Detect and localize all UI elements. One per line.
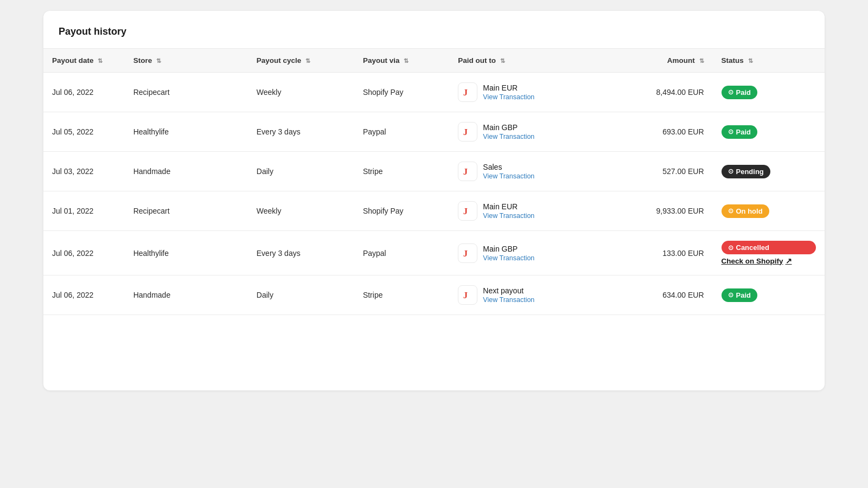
payout-history-card: Payout history Payout date ⇅ Store ⇅ Pay…	[43, 11, 825, 390]
status-circle-icon: ⊙	[728, 88, 733, 96]
cell-store: Recipecart	[125, 191, 248, 231]
col-header-paid-out-to[interactable]: Paid out to ⇅	[449, 49, 617, 73]
paid-to-info: Next payout View Transaction	[483, 286, 534, 304]
col-header-payout-date[interactable]: Payout date ⇅	[43, 49, 125, 73]
sort-icon-status: ⇅	[748, 57, 753, 65]
check-shopify-label: Check on Shopify	[722, 257, 783, 265]
svg-text:J: J	[463, 206, 468, 216]
sort-icon-payout-cycle: ⇅	[305, 57, 310, 65]
paid-to-info: Sales View Transaction	[483, 163, 534, 180]
view-transaction-link[interactable]: View Transaction	[483, 172, 534, 180]
svg-text:J: J	[463, 87, 468, 98]
col-header-status[interactable]: Status ⇅	[713, 49, 825, 73]
cell-paid-out-to: J Main EUR View Transaction	[449, 191, 617, 231]
cell-store: Recipecart	[125, 73, 248, 112]
cell-payout-cycle: Weekly	[248, 191, 354, 231]
status-badge-cancelled: ⊙ Cancelled	[722, 241, 816, 254]
paid-to-info: Main GBP View Transaction	[483, 245, 534, 262]
cell-paid-out-to: J Sales View Transaction	[449, 152, 617, 191]
cell-status: ⊙ Paid	[713, 275, 825, 315]
cell-payout-via: Stripe	[354, 275, 449, 315]
cell-amount: 693.00 EUR	[617, 112, 712, 152]
svg-text:J: J	[463, 290, 468, 300]
cell-store: Healthylife	[125, 112, 248, 152]
paid-to-info: Main EUR View Transaction	[483, 84, 534, 101]
col-header-store[interactable]: Store ⇅	[125, 49, 248, 73]
cell-status: ⊙ Cancelled Check on Shopify ↗	[713, 231, 825, 275]
cell-amount: 527.00 EUR	[617, 152, 712, 191]
cell-status: ⊙ On hold	[713, 191, 825, 231]
status-label: Paid	[736, 128, 751, 136]
brand-icon: J	[458, 122, 477, 142]
table-row: Jul 06, 2022HandmadeDailyStripe J Next p…	[43, 275, 825, 315]
brand-icon: J	[458, 162, 477, 181]
paid-to-name: Main EUR	[483, 202, 534, 211]
brand-icon: J	[458, 243, 477, 263]
brand-icon: J	[458, 201, 477, 221]
status-badge-pending: ⊙ Pending	[722, 165, 770, 178]
view-transaction-link[interactable]: View Transaction	[483, 93, 534, 101]
cell-amount: 634.00 EUR	[617, 275, 712, 315]
sort-icon-amount: ⇅	[699, 57, 704, 65]
svg-text:J: J	[463, 127, 468, 137]
table-row: Jul 06, 2022HealthylifeEvery 3 daysPaypa…	[43, 231, 825, 275]
paid-to-name: Main EUR	[483, 84, 534, 92]
status-badge-paid: ⊙ Paid	[722, 288, 757, 302]
cell-store: Healthylife	[125, 231, 248, 275]
page-title: Payout history	[43, 26, 825, 48]
paid-to-info: Main EUR View Transaction	[483, 202, 534, 220]
table-row: Jul 03, 2022HandmadeDailyStripe J Sales …	[43, 152, 825, 191]
sort-icon-payout-via: ⇅	[404, 57, 409, 65]
paid-to-info: Main GBP View Transaction	[483, 123, 534, 140]
status-circle-icon: ⊙	[728, 207, 733, 215]
svg-text:J: J	[463, 248, 468, 259]
sort-icon-paid-out-to: ⇅	[500, 57, 505, 65]
sort-icon-payout-date: ⇅	[98, 57, 103, 65]
col-header-amount[interactable]: Amount ⇅	[617, 49, 712, 73]
brand-icon: J	[458, 285, 477, 305]
status-circle-icon: ⊙	[728, 244, 733, 252]
status-label: Cancelled	[736, 243, 769, 252]
cell-amount: 133.00 EUR	[617, 231, 712, 275]
cell-payout-date: Jul 01, 2022	[43, 191, 125, 231]
status-label: Pending	[736, 168, 764, 176]
cell-amount: 8,494.00 EUR	[617, 73, 712, 112]
cell-payout-cycle: Weekly	[248, 73, 354, 112]
external-link-icon: ↗	[786, 256, 792, 265]
status-badge-paid: ⊙ Paid	[722, 125, 757, 139]
status-label: Paid	[736, 88, 751, 97]
cancelled-status-group: ⊙ Cancelled Check on Shopify ↗	[722, 241, 816, 265]
view-transaction-link[interactable]: View Transaction	[483, 254, 534, 262]
cell-payout-date: Jul 06, 2022	[43, 73, 125, 112]
table-header-row: Payout date ⇅ Store ⇅ Payout cycle ⇅ Pay…	[43, 49, 825, 73]
cell-paid-out-to: J Main GBP View Transaction	[449, 112, 617, 152]
cell-status: ⊙ Paid	[713, 73, 825, 112]
status-circle-icon: ⊙	[728, 168, 733, 175]
paid-to-name: Main GBP	[483, 123, 534, 132]
cell-payout-via: Paypal	[354, 112, 449, 152]
brand-icon: J	[458, 82, 477, 102]
cell-payout-via: Shopify Pay	[354, 73, 449, 112]
cell-payout-date: Jul 06, 2022	[43, 275, 125, 315]
cell-paid-out-to: J Main GBP View Transaction	[449, 231, 617, 275]
cell-payout-via: Paypal	[354, 231, 449, 275]
col-header-payout-via[interactable]: Payout via ⇅	[354, 49, 449, 73]
view-transaction-link[interactable]: View Transaction	[483, 133, 534, 140]
view-transaction-link[interactable]: View Transaction	[483, 212, 534, 220]
view-transaction-link[interactable]: View Transaction	[483, 296, 534, 304]
table-row: Jul 05, 2022HealthylifeEvery 3 daysPaypa…	[43, 112, 825, 152]
cell-status: ⊙ Paid	[713, 112, 825, 152]
paid-to-name: Main GBP	[483, 245, 534, 253]
cell-payout-via: Stripe	[354, 152, 449, 191]
cell-amount: 9,933.00 EUR	[617, 191, 712, 231]
sort-icon-store: ⇅	[156, 57, 161, 65]
status-label: Paid	[736, 291, 751, 299]
col-header-payout-cycle[interactable]: Payout cycle ⇅	[248, 49, 354, 73]
check-on-shopify-link[interactable]: Check on Shopify ↗	[722, 256, 816, 265]
cell-payout-date: Jul 06, 2022	[43, 231, 125, 275]
cell-store: Handmade	[125, 152, 248, 191]
svg-text:J: J	[463, 166, 468, 177]
status-circle-icon: ⊙	[728, 291, 733, 299]
table-row: Jul 06, 2022RecipecartWeeklyShopify Pay …	[43, 73, 825, 112]
status-label: On hold	[736, 207, 763, 215]
